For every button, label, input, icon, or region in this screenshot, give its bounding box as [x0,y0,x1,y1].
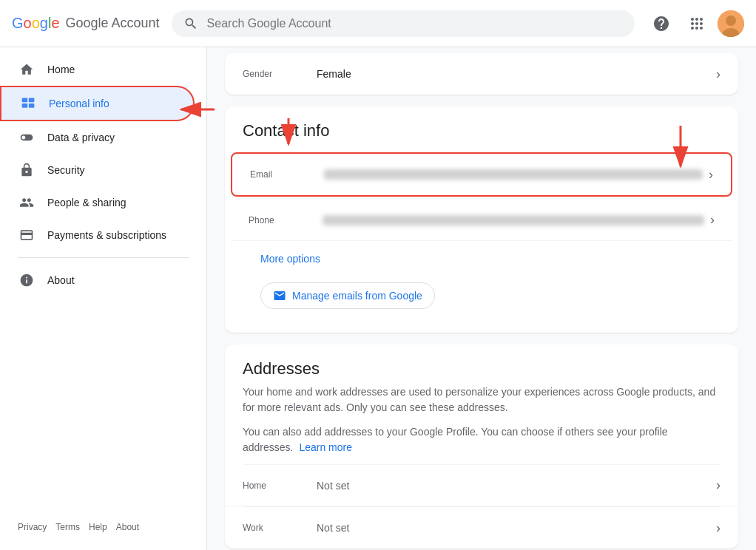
email-row[interactable]: Email › [232,154,731,195]
people-icon [18,195,36,210]
svg-rect-5 [22,103,28,108]
toggle-icon [18,130,36,145]
apps-icon [688,15,706,33]
sidebar-item-people-sharing[interactable]: People & sharing [0,186,195,219]
google-logo: Google [12,15,60,32]
gender-value: Female [317,68,710,80]
footer-terms-link[interactable]: Terms [55,522,80,532]
email-icon [273,289,286,302]
search-input[interactable] [207,17,623,30]
sidebar-item-security-label: Security [47,164,85,176]
svg-rect-4 [29,98,35,103]
help-button[interactable] [647,9,676,38]
search-icon [183,16,198,31]
lock-icon [18,163,36,177]
sidebar-item-payments-label: Payments & subscriptions [47,229,166,241]
svg-rect-3 [22,98,28,103]
sidebar-item-data-privacy-label: Data & privacy [47,132,115,143]
home-chevron: › [716,478,720,493]
footer-about-link[interactable]: About [116,522,139,532]
user-avatar [718,10,744,37]
phone-chevron: › [710,212,715,228]
work-address-row[interactable]: Work Not set › [225,507,738,549]
phone-value [323,215,704,225]
work-address-value: Not set [317,522,710,534]
sidebar-item-about[interactable]: About [0,264,195,296]
contact-info-header: Contact info [225,106,738,149]
footer-help-link[interactable]: Help [89,522,107,532]
sidebar-item-people-sharing-label: People & sharing [47,197,126,208]
sidebar-item-payments[interactable]: Payments & subscriptions [0,219,195,251]
addresses-desc2: You can also add addresses to your Googl… [225,424,738,464]
help-icon [652,15,670,33]
sidebar-item-home[interactable]: Home [0,53,195,86]
home-address-row[interactable]: Home Not set › [225,465,738,506]
logo[interactable]: Google Google Account [12,15,160,32]
home-address-label: Home [243,481,317,491]
footer-privacy-link[interactable]: Privacy [18,522,47,532]
main-layout: Home Personal info Data & privacy [0,47,756,550]
addresses-desc1: Your home and work addresses are used to… [225,384,738,424]
sidebar-footer: Privacy Terms Help About [0,510,206,544]
header: Google Google Account [0,0,756,47]
work-chevron: › [716,520,720,536]
addresses-header: Addresses [225,344,738,384]
sidebar-item-data-privacy[interactable]: Data & privacy [0,121,195,154]
gender-card: Gender Female › [225,53,738,95]
person-icon [19,96,37,111]
avatar[interactable] [718,10,744,37]
gender-label: Gender [243,69,317,79]
logo-account-label: Google Account [66,16,160,31]
sidebar-divider [18,257,189,258]
sidebar: Home Personal info Data & privacy [0,47,207,550]
svg-point-1 [726,16,736,26]
info-icon [18,273,36,288]
manage-emails-label: Manage emails from Google [292,290,422,302]
card-icon [18,228,36,242]
sidebar-item-personal-info[interactable]: Personal info [0,86,195,121]
manage-emails-container: Manage emails from Google [225,276,738,321]
gender-chevron: › [716,67,720,82]
apps-button[interactable] [682,9,712,38]
sidebar-nav: Home Personal info Data & privacy [0,53,206,510]
content: Gender Female › Contact info Email › Pho… [207,47,756,550]
more-options-container: More options [225,241,738,276]
phone-row[interactable]: Phone › [231,200,732,241]
home-address-value: Not set [317,480,710,492]
sidebar-item-personal-info-label: Personal info [49,98,109,109]
learn-more-link[interactable]: Learn more [299,441,352,453]
sidebar-item-about-label: About [47,274,75,286]
more-options-link[interactable]: More options [243,247,338,271]
sidebar-item-home-label: Home [47,64,75,75]
email-row-highlighted[interactable]: Email › [231,152,732,197]
gender-row[interactable]: Gender Female › [225,53,738,95]
sidebar-item-security[interactable]: Security [0,154,195,186]
home-icon [18,62,36,77]
search-bar[interactable] [172,10,635,37]
phone-label: Phone [249,215,323,225]
svg-rect-6 [29,103,35,108]
email-value [324,169,703,180]
addresses-card: Addresses Your home and work addresses a… [225,344,738,549]
contact-info-card: Contact info Email › Phone › More option… [225,106,738,333]
manage-emails-button[interactable]: Manage emails from Google [260,282,435,309]
email-label: Email [250,169,324,180]
work-address-label: Work [243,523,317,533]
header-actions [647,9,744,38]
email-chevron: › [709,167,713,183]
